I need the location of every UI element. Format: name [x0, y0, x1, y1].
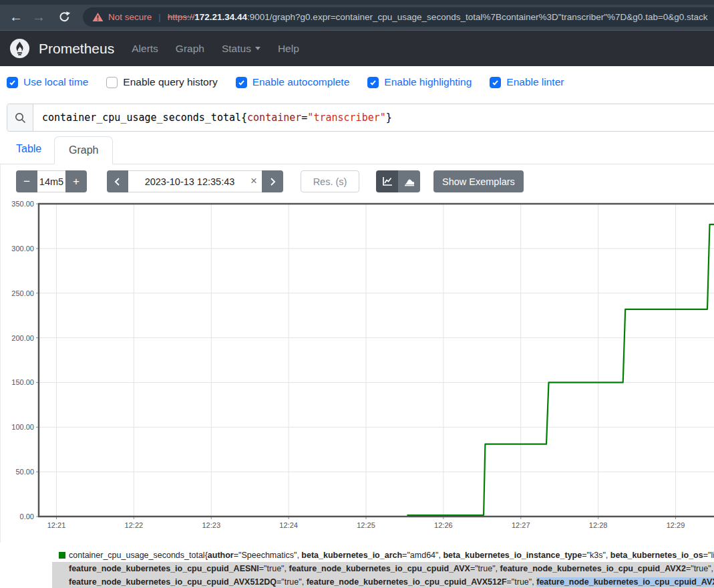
- legend-text: feature_node_kubernetes_io_cpu_cpuid_AES…: [69, 564, 259, 573]
- option-enable-highlighting[interactable]: Enable highlighting: [367, 76, 472, 88]
- checkbox-unchecked-icon[interactable]: [106, 77, 118, 88]
- cpu-usage-chart[interactable]: 0.0050.00100.00150.00200.00250.00300.003…: [0, 199, 714, 535]
- url-scheme: https://: [168, 12, 195, 22]
- duration-stepper: − +: [16, 170, 87, 192]
- line-chart-toggle-button[interactable]: [376, 170, 398, 192]
- promql-expression-input[interactable]: container_cpu_usage_seconds_total{contai…: [33, 104, 714, 131]
- legend-text: feature_node_kubernetes_io_cpu_cpuid_AVX…: [307, 577, 507, 587]
- x-axis-label: 12:26: [434, 521, 453, 529]
- legend-text: feature_node_kubernetes_io_cpu_cpuid_AVX…: [500, 564, 686, 573]
- resolution-input[interactable]: [301, 170, 359, 192]
- plot-border: [39, 204, 714, 517]
- caret-down-icon: [255, 47, 260, 50]
- reload-icon: [58, 11, 71, 23]
- legend-text: ="true",: [507, 577, 537, 587]
- browser-forward-button[interactable]: →: [32, 10, 45, 23]
- line-chart-icon: [381, 176, 393, 187]
- chevron-right-icon: [268, 177, 277, 186]
- url-path: :9001/graph?g0.expr=container_cpu_usage_…: [247, 12, 708, 22]
- y-axis-label: 50.00: [15, 468, 34, 476]
- y-axis-label: 300.00: [11, 245, 34, 253]
- legend-text: ="true",: [470, 564, 500, 573]
- chevron-left-icon: [113, 177, 122, 186]
- omnibox-divider: |: [158, 12, 160, 22]
- duration-input[interactable]: [37, 170, 65, 192]
- promql-token-plain: =: [301, 112, 307, 124]
- show-exemplars-button[interactable]: Show Exemplars: [433, 170, 524, 192]
- x-axis-label: 12:27: [512, 521, 530, 529]
- not-secure-label: Not secure: [108, 12, 152, 22]
- promql-token-plain: container_cpu_usage_seconds_total{: [42, 112, 247, 124]
- x-axis-label: 12:29: [667, 521, 685, 529]
- option-label: Enable autocomplete: [252, 76, 350, 88]
- legend-text: feature_node_kubernetes_io_cpu_cpuid_AVX…: [69, 577, 277, 587]
- option-label: Use local time: [23, 76, 88, 88]
- y-axis-label: 250.00: [11, 289, 34, 297]
- series-legend: container_cpu_usage_seconds_total{author…: [52, 549, 714, 588]
- option-label: Enable linter: [506, 76, 564, 88]
- url-text[interactable]: https://172.21.34.44:9001/graph?g0.expr=…: [168, 12, 708, 22]
- y-axis-label: 200.00: [11, 334, 34, 342]
- legend-line-3[interactable]: feature_node_kubernetes_io_cpu_cpuid_AVX…: [52, 575, 714, 588]
- result-tabs: Table Graph: [0, 136, 714, 164]
- legend-text: ="Speechmatics",: [234, 551, 302, 560]
- prometheus-navbar: Prometheus AlertsGraphStatusHelp: [0, 30, 714, 66]
- chart-type-toggle: [376, 170, 420, 192]
- x-axis-label: 12:25: [357, 521, 375, 529]
- legend-text: container_cpu_usage_seconds_total{: [69, 551, 208, 560]
- nav-item-help[interactable]: Help: [278, 43, 299, 55]
- stacked-chart-toggle-button[interactable]: [398, 170, 420, 192]
- nav-item-graph[interactable]: Graph: [176, 43, 204, 55]
- time-clear-button[interactable]: ×: [250, 174, 257, 188]
- app-title[interactable]: Prometheus: [39, 41, 114, 57]
- search-icon: [15, 112, 26, 124]
- graph-panel[interactable]: 0.0050.00100.00150.00200.00250.00300.003…: [0, 199, 714, 535]
- option-use-local-time[interactable]: Use local time: [7, 76, 88, 88]
- legend-text: ="true",: [277, 577, 307, 587]
- browser-reload-button[interactable]: [57, 10, 71, 23]
- query-input-group: container_cpu_usage_seconds_total{contai…: [7, 104, 714, 132]
- graph-controls: − + × Show Exemplars: [0, 170, 714, 192]
- time-input[interactable]: [128, 170, 262, 192]
- legend-line-1[interactable]: container_cpu_usage_seconds_total{author…: [52, 549, 714, 562]
- time-picker: ×: [107, 170, 283, 192]
- legend-text: ="k3s",: [582, 551, 610, 560]
- x-axis-label: 12:23: [202, 521, 220, 529]
- legend-text: ="linux",: [703, 551, 714, 560]
- duration-increase-button[interactable]: +: [65, 170, 87, 192]
- nav-item-alerts[interactable]: Alerts: [132, 43, 158, 55]
- promql-token-label: container: [247, 112, 301, 124]
- tab-table[interactable]: Table: [16, 143, 41, 155]
- legend-line-2[interactable]: feature_node_kubernetes_io_cpu_cpuid_AES…: [52, 562, 714, 575]
- address-bar[interactable]: Not secure | https://172.21.34.44:9001/g…: [83, 7, 714, 27]
- legend-text: feature_node_kubernetes_io_cpu_cpuid_AVX: [289, 564, 470, 573]
- series-color-swatch: [59, 552, 65, 559]
- duration-decrease-button[interactable]: −: [16, 170, 37, 192]
- checkbox-checked-icon[interactable]: [490, 77, 501, 88]
- legend-text: beta_kubernetes_io_arch: [301, 551, 402, 560]
- x-axis-label: 12:22: [125, 521, 144, 529]
- y-axis-label: 0.00: [20, 512, 34, 521]
- x-axis-label: 12:24: [279, 521, 298, 529]
- browser-back-button[interactable]: ←: [9, 10, 23, 23]
- promql-token-string: "transcriber": [307, 112, 385, 124]
- nav-item-status[interactable]: Status: [222, 43, 260, 55]
- y-axis-label: 350.00: [11, 200, 34, 208]
- tab-graph[interactable]: Graph: [54, 136, 113, 164]
- time-forward-button[interactable]: [262, 170, 283, 192]
- browser-top-strip: [0, 0, 714, 5]
- legend-text: ="true",: [686, 564, 714, 573]
- option-label: Enable query history: [123, 76, 217, 88]
- legend-text: ="amd64",: [402, 551, 443, 560]
- y-axis-label: 150.00: [11, 378, 34, 386]
- checkbox-checked-icon[interactable]: [367, 77, 379, 88]
- time-back-button[interactable]: [107, 170, 128, 192]
- option-enable-autocomplete[interactable]: Enable autocomplete: [236, 76, 350, 88]
- checkbox-checked-icon[interactable]: [7, 77, 18, 88]
- prometheus-logo-icon: [9, 38, 30, 59]
- legend-text: beta_kubernetes_io_os: [610, 551, 703, 560]
- option-enable-linter[interactable]: Enable linter: [490, 76, 564, 88]
- options-row: Use local timeEnable query historyEnable…: [7, 76, 582, 88]
- checkbox-checked-icon[interactable]: [236, 77, 247, 88]
- option-enable-query-history[interactable]: Enable query history: [106, 76, 217, 88]
